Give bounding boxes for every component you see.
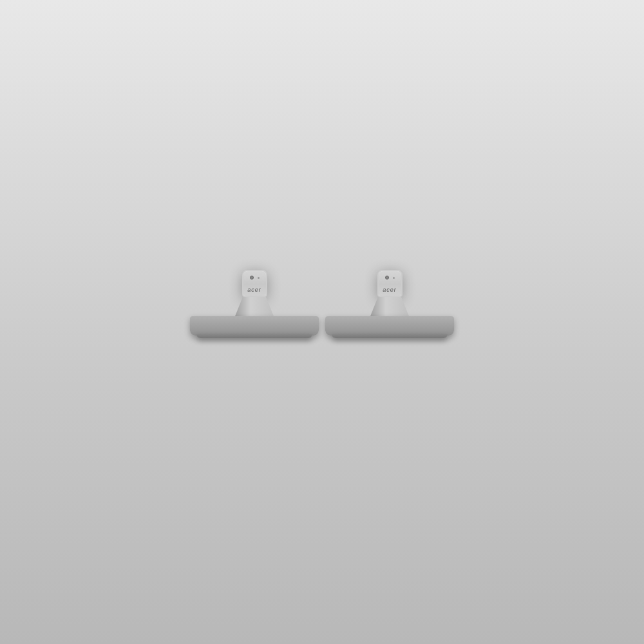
left-stand-base [190,316,319,336]
right-monitor-frame: ☰ ⌂ 📓 📍 👤 ⚙ Remind you about this? Remin… [377,270,402,297]
right-bezel-bottom: acer [379,284,401,296]
left-monitor: Amazon Alexa ─ □ ✕ 🎵 [190,270,319,336]
monitors-container: Amazon Alexa ─ □ ✕ 🎵 [190,270,454,336]
right-monitor: ☰ ⌂ 📓 📍 👤 ⚙ Remind you about this? Remin… [325,270,454,336]
right-stand-neck [370,297,409,316]
left-acer-logo: acer [247,287,261,293]
right-stand-base [325,316,454,336]
left-bezel-bottom: acer [243,284,266,296]
left-monitor-frame: Amazon Alexa ─ □ ✕ 🎵 [242,270,267,297]
right-stand [325,297,454,336]
left-mic [258,277,260,279]
right-bezel-top [379,271,401,284]
right-mic [393,277,395,279]
left-webcam [250,276,254,279]
right-webcam [385,276,389,279]
right-acer-logo: acer [383,287,397,293]
left-bezel-top [243,271,266,284]
left-stand-neck [235,297,274,316]
left-stand [190,297,319,336]
